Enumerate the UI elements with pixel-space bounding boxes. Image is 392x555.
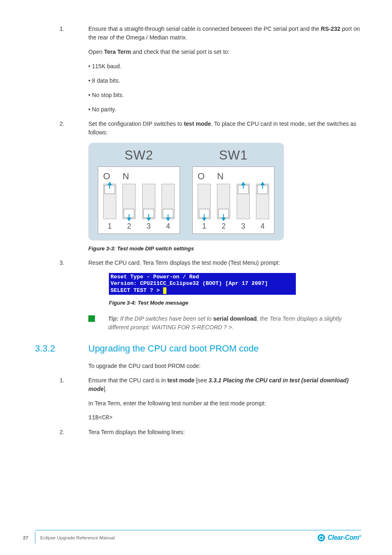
document-title: Eclipse Upgrade Reference Manual <box>40 535 115 540</box>
step-number: 1. <box>60 25 88 56</box>
switch-number: 4 <box>261 221 265 232</box>
page-footer: 27 Eclipse Upgrade Reference Manual Clea… <box>35 530 361 543</box>
dip-switch: 4 <box>254 184 271 233</box>
page-number: 27 <box>23 535 28 540</box>
text: and check that the serial port is set to… <box>131 49 230 55</box>
sw1-label: SW1 <box>219 146 248 165</box>
step-body: Reset the CPU card. Tera Term displays t… <box>88 259 361 267</box>
step-body: Set the configuration DIP switches to te… <box>88 120 361 137</box>
figure-caption: Figure 3-3: Test mode DIP switch setting… <box>88 245 361 253</box>
switch-number: 1 <box>108 221 112 232</box>
sw1-box: O N 1234 <box>192 166 274 234</box>
sw2-label: SW2 <box>125 146 153 165</box>
step-number: 2. <box>60 428 88 437</box>
terminal-line: Reset Type - Power-on / Red <box>111 274 199 280</box>
sw2-box: O N 1234 <box>98 166 180 234</box>
tip-icon <box>88 315 95 322</box>
text: Ensure that the CPU card is in <box>88 377 167 384</box>
text: [see <box>194 377 208 384</box>
switch-number: 3 <box>241 221 245 232</box>
tip-label: Tip: <box>108 315 118 322</box>
heading-title: Upgrading the CPU card boot PROM code <box>88 342 259 355</box>
paragraph: To upgrade the CPU card boot PROM code: <box>88 362 361 370</box>
switch-number: 1 <box>202 221 206 232</box>
bullet: • 8 data bits. <box>88 76 361 85</box>
switch-number: 2 <box>127 221 131 232</box>
bullet: • No parity. <box>88 105 361 114</box>
dip-switch: 2 <box>121 184 137 233</box>
text: Set the configuration DIP switches to <box>88 120 184 127</box>
text-bold: serial download <box>213 315 257 322</box>
switch-number: 3 <box>147 221 151 232</box>
dip-switch: 3 <box>141 184 157 233</box>
switch-number: 2 <box>221 221 226 232</box>
text-bold: Tera Term <box>104 49 131 55</box>
terminal-line: Version: CPU211CC_Eclipse32 (BOOT) [Apr … <box>111 280 268 287</box>
bullet: • No stop bits. <box>88 91 361 99</box>
switch-number: 4 <box>166 221 170 232</box>
dip-switch: 1 <box>196 184 212 233</box>
dip-switch: 1 <box>101 184 118 233</box>
on-label: O N <box>196 169 271 183</box>
text: ]. <box>104 386 107 392</box>
dip-switch: 3 <box>235 184 251 233</box>
heading-number: 3.3.2 <box>35 342 88 355</box>
section-heading: 3.3.2 Upgrading the CPU card boot PROM c… <box>35 342 361 355</box>
bullet: • 115K baud. <box>88 62 361 71</box>
text-bold: test mode <box>167 377 194 384</box>
step-number: 3. <box>60 259 88 267</box>
dip-switch-diagram: SW2 O N 1234 SW1 O N 1234 <box>88 143 284 240</box>
step-body: Ensure that the CPU card is in test mode… <box>88 376 361 422</box>
tip-text: If the DIP switches have been set to <box>118 315 213 322</box>
on-label: O N <box>101 169 176 183</box>
step-number: 2. <box>60 120 88 137</box>
code-text: 11B<CR> <box>88 414 361 422</box>
text: Ensure that a straight-through serial ca… <box>88 25 321 32</box>
text-bold: RS-232 <box>321 25 340 32</box>
brand-name: Clear-Com <box>327 534 359 541</box>
logo-icon <box>318 534 325 541</box>
text: Open <box>88 49 104 55</box>
dip-switch: 4 <box>160 184 176 233</box>
terminal-line: SELECT TEST ? > <box>111 287 163 294</box>
figure-caption: Figure 3-4: Test Mode message <box>109 299 361 307</box>
text: In Tera Term, enter the following test n… <box>88 399 361 408</box>
dip-switch: 2 <box>215 184 232 233</box>
cursor-icon <box>163 287 166 294</box>
tip-block: Tip: If the DIP switches have been set t… <box>88 314 361 332</box>
brand-logo: Clear-Com® <box>318 534 361 541</box>
text-bold: test mode <box>184 120 211 127</box>
step-body: Ensure that a straight-through serial ca… <box>88 25 361 56</box>
step-number: 1. <box>60 376 88 422</box>
terminal-output: Reset Type - Power-on / Red Version: CPU… <box>109 273 296 295</box>
step-body: Tera Term displays the following lines: <box>88 428 361 437</box>
